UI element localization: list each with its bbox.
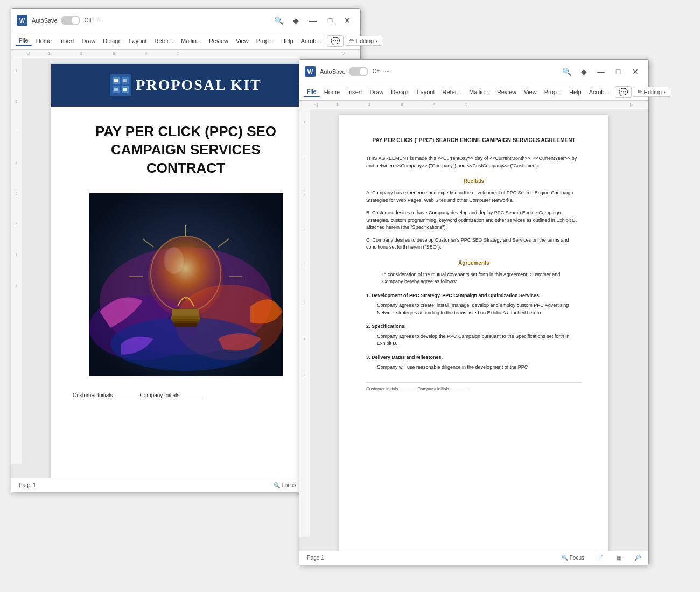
editing-btn-1[interactable]: ✏ Editing › bbox=[345, 36, 382, 46]
clause3-body: Company will use reasonable diligence in… bbox=[366, 364, 582, 371]
tab-file-2[interactable]: File bbox=[304, 87, 320, 97]
comment-btn-2[interactable]: 💬 bbox=[615, 86, 632, 98]
cover-footer-1: Customer Initials ________ Company Initi… bbox=[51, 382, 320, 409]
tab-mailings-1[interactable]: Mailin... bbox=[178, 36, 205, 46]
tab-home-2[interactable]: Home bbox=[321, 87, 343, 97]
tab-mailings-2[interactable]: Mailin... bbox=[466, 87, 493, 97]
tab-insert-1[interactable]: Insert bbox=[56, 36, 78, 46]
ruler-2: ◁ 1 2 3 4 5 ▷ bbox=[299, 101, 648, 109]
search-btn-2[interactable]: 🔍 bbox=[559, 65, 574, 78]
recital-b: B. Customer desires to have Company deve… bbox=[366, 209, 582, 231]
doc-page-2: PAY PER CLICK ("PPC") SEARCH ENGINE CAMP… bbox=[339, 115, 608, 551]
clause2-body: Company agrees to develop the PPC Campai… bbox=[366, 333, 582, 348]
tab-file-1[interactable]: File bbox=[16, 36, 32, 46]
page-count-2[interactable]: Page 1 bbox=[305, 554, 326, 562]
tab-draw-2[interactable]: Draw bbox=[367, 87, 387, 97]
ribbon-1: File Home Insert Draw Design Layout Refe… bbox=[11, 32, 360, 50]
tab-prop-2[interactable]: Prop... bbox=[541, 87, 565, 97]
tab-review-1[interactable]: Review bbox=[206, 36, 232, 46]
tab-references-1[interactable]: Refer... bbox=[151, 36, 177, 46]
autosave-toggle-2[interactable] bbox=[349, 67, 368, 76]
autosave-label-1: AutoSave bbox=[32, 17, 58, 24]
title-bar-1: W AutoSave Off ··· 🔍 ◆ — □ ✕ bbox=[11, 9, 360, 32]
word-logo-1: W bbox=[17, 15, 27, 26]
proposal-kit-logo: PROPOSAL KIT bbox=[110, 74, 261, 96]
clause2-title: 2. Specifications. bbox=[366, 323, 582, 330]
title-bar-2: W AutoSave Off ··· 🔍 ◆ — □ ✕ bbox=[299, 60, 648, 83]
toggle-text-2: Off bbox=[373, 68, 380, 74]
tab-help-2[interactable]: Help bbox=[566, 87, 585, 97]
autosave-label-2: AutoSave bbox=[320, 68, 346, 75]
maximize-btn-1[interactable]: □ bbox=[323, 14, 338, 27]
doc-area-2: 1 2 3 4 5 6 7 8 PAY PER CLICK ("PPC") SE… bbox=[299, 109, 648, 551]
close-btn-2[interactable]: ✕ bbox=[628, 65, 643, 78]
diamond-btn-1[interactable]: ◆ bbox=[288, 14, 303, 27]
proposal-kit-text: PROPOSAL KIT bbox=[136, 76, 261, 94]
recitals-heading: Recitals bbox=[366, 177, 582, 185]
doc2-footer: Customer Initials _______ Company Initia… bbox=[366, 382, 582, 392]
close-btn-1[interactable]: ✕ bbox=[340, 14, 355, 27]
svg-rect-7 bbox=[114, 88, 118, 91]
chevron-icon-2: › bbox=[663, 89, 666, 95]
clause1-body: Company agrees to create, install, manag… bbox=[366, 302, 582, 316]
tab-view-2[interactable]: View bbox=[521, 87, 540, 97]
pencil-icon-2: ✏ bbox=[638, 88, 642, 95]
tab-draw-1[interactable]: Draw bbox=[79, 36, 99, 46]
left-ruler-2: 1 2 3 4 5 6 7 8 bbox=[299, 109, 310, 537]
zoom-btn-2[interactable]: 🔎 bbox=[632, 554, 643, 562]
maximize-btn-2[interactable]: □ bbox=[611, 65, 626, 78]
cover-image bbox=[89, 193, 283, 376]
window-controls-2: 🔍 ◆ — □ ✕ bbox=[559, 65, 643, 78]
qa-more-2[interactable]: ··· bbox=[383, 67, 391, 75]
page-count-1[interactable]: Page 1 bbox=[17, 481, 38, 489]
tab-review-2[interactable]: Review bbox=[494, 87, 520, 97]
search-btn-1[interactable]: 🔍 bbox=[271, 14, 286, 27]
svg-rect-5 bbox=[114, 79, 118, 82]
pencil-icon-1: ✏ bbox=[349, 37, 354, 44]
tab-view-1[interactable]: View bbox=[233, 36, 252, 46]
tab-design-1[interactable]: Design bbox=[100, 36, 124, 46]
tab-acrobat-1[interactable]: Acrob... bbox=[298, 36, 325, 46]
tab-acrobat-2[interactable]: Acrob... bbox=[586, 87, 613, 97]
cover-title: PAY PER CLICK (PPC) SEO CAMPAIGN SERVICE… bbox=[51, 107, 320, 188]
doc-page-1: PROPOSAL KIT PAY PER CLICK (PPC) SEO CAM… bbox=[51, 64, 320, 478]
tab-layout-2[interactable]: Layout bbox=[414, 87, 438, 97]
svg-point-16 bbox=[164, 247, 184, 274]
svg-rect-17 bbox=[172, 309, 199, 317]
focus-btn-2[interactable]: 🔍 Focus bbox=[559, 554, 586, 562]
ruler-1: ◁ 1 2 3 4 5 ▷ bbox=[11, 50, 360, 58]
tab-layout-1[interactable]: Layout bbox=[126, 36, 150, 46]
editing-btn-2[interactable]: ✏ Editing › bbox=[633, 87, 670, 97]
tab-home-1[interactable]: Home bbox=[33, 36, 55, 46]
qa-more-1[interactable]: ··· bbox=[95, 16, 103, 24]
editing-label-2: Editing bbox=[644, 89, 662, 95]
view-btn-2[interactable]: ▦ bbox=[614, 554, 624, 562]
tab-insert-2[interactable]: Insert bbox=[344, 87, 366, 97]
tab-references-2[interactable]: Refer... bbox=[439, 87, 465, 97]
cover-header: PROPOSAL KIT bbox=[51, 64, 320, 107]
doc2-title: PAY PER CLICK ("PPC") SEARCH ENGINE CAMP… bbox=[366, 136, 582, 144]
cover-initials-1: Customer Initials ________ Company Initi… bbox=[73, 392, 205, 398]
word-window-2: W AutoSave Off ··· 🔍 ◆ — □ ✕ File Home I… bbox=[299, 59, 649, 565]
svg-rect-6 bbox=[123, 79, 127, 82]
cover-title-text: PAY PER CLICK (PPC) SEO CAMPAIGN SERVICE… bbox=[73, 123, 299, 177]
tab-help-1[interactable]: Help bbox=[278, 36, 297, 46]
clause3-title: 3. Delivery Dates and Milestones. bbox=[366, 354, 582, 362]
pk-blueprint-icon bbox=[110, 74, 131, 96]
autosave-toggle-1[interactable] bbox=[61, 16, 80, 25]
tab-design-2[interactable]: Design bbox=[388, 87, 412, 97]
layout-btn-2[interactable]: 📄 bbox=[595, 554, 606, 562]
quick-access-1: ··· bbox=[95, 16, 103, 24]
comment-btn-1[interactable]: 💬 bbox=[327, 35, 344, 47]
svg-rect-21 bbox=[174, 323, 197, 327]
focus-btn-1[interactable]: 🔍 Focus bbox=[271, 481, 298, 489]
minimize-btn-2[interactable]: — bbox=[593, 65, 608, 78]
minimize-btn-1[interactable]: — bbox=[305, 14, 320, 27]
recital-c: C. Company desires to develop Customer's… bbox=[366, 237, 582, 251]
word-logo-2: W bbox=[305, 66, 316, 77]
diamond-btn-2[interactable]: ◆ bbox=[576, 65, 591, 78]
tab-prop-1[interactable]: Prop... bbox=[253, 36, 277, 46]
chevron-icon-1: › bbox=[375, 38, 377, 44]
svg-rect-8 bbox=[123, 88, 127, 91]
doc2-body: THIS AGREEMENT is made this <<CurrentDay… bbox=[366, 155, 582, 371]
